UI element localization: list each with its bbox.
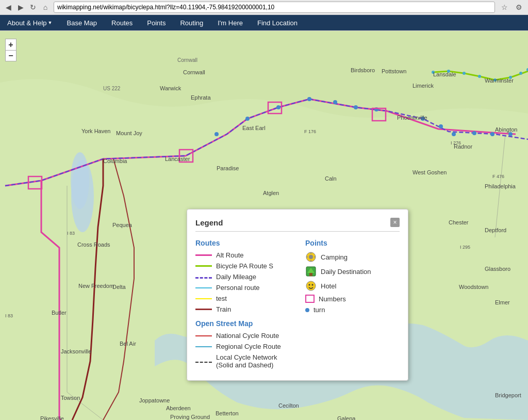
points-title: Points [305,239,400,247]
reload-button[interactable]: ↻ [29,3,37,11]
svg-text:I 295: I 295 [460,245,470,250]
svg-text:I 83: I 83 [5,313,13,318]
legend-route-item: test [195,295,290,302]
legend-route-item: Personal route [195,284,290,292]
nav-bar: About & HelpBase MapRoutesPointsRoutingI… [0,15,528,30]
svg-point-7 [245,117,250,121]
legend-right: Points CampingDaily DestinationHotelNumb… [305,239,400,372]
legend-point-item: Hotel [305,280,400,292]
svg-point-14 [439,124,443,128]
legend-osm-item: National Cycle Route [195,332,290,340]
legend-close-button[interactable]: × [390,218,400,227]
osm-title: Open Street Map [195,319,290,328]
legend-panel: Legend × Routes Alt RouteBicycle PA Rout… [187,209,408,381]
legend-osm-item: Regional Cycle Route [195,343,290,350]
nav-item-points[interactable]: Points [140,15,173,30]
svg-point-23 [493,78,497,82]
svg-point-13 [421,117,425,121]
legend-route-item: Daily Mileage [195,273,290,281]
legend-header: Legend × [195,218,400,232]
svg-point-25 [519,72,522,75]
svg-point-17 [490,132,494,136]
legend-point-item: Daily Destination [305,266,400,277]
svg-point-24 [509,76,512,79]
home-button[interactable]: ⌂ [41,3,50,11]
star-button[interactable]: ☆ [499,2,509,12]
svg-point-8 [276,105,280,109]
legend-title: Legend [195,218,223,227]
svg-point-41 [309,255,313,259]
forward-button[interactable]: ▶ [16,3,25,11]
svg-point-9 [307,97,311,101]
legend-body: Routes Alt RouteBicycle PA Route SDaily … [195,239,400,372]
svg-point-18 [508,132,513,136]
nav-item-base-map[interactable]: Base Map [60,15,105,30]
settings-button[interactable]: ⚙ [514,2,524,12]
svg-rect-48 [309,273,312,276]
legend-point-item: turn [305,306,400,314]
osm-list: National Cycle RouteRegional Cycle Route… [195,332,290,369]
svg-point-21 [463,72,466,75]
svg-point-20 [447,70,450,73]
svg-point-15 [452,132,456,136]
legend-route-item: Alt Route [195,251,290,259]
svg-point-19 [432,71,435,74]
svg-point-6 [214,132,219,136]
browser-chrome: ◀ ▶ ↻ ⌂ ☆ ⚙ About & HelpBase MapRoutesPo… [0,0,528,31]
legend-left: Routes Alt RouteBicycle PA Route SDaily … [195,239,290,372]
svg-text:F 176: F 176 [304,129,316,134]
zoom-in-button[interactable]: + [5,39,16,50]
routes-title: Routes [195,239,290,247]
svg-point-10 [333,100,337,104]
svg-point-16 [472,131,476,135]
svg-text:Cornwall: Cornwall [177,57,197,63]
nav-item-routes[interactable]: Routes [104,15,140,30]
svg-point-11 [354,105,358,109]
nav-item-find-location[interactable]: Find Location [250,15,305,30]
legend-osm-item: Local Cycle Network (Solid and Dashed) [195,353,290,369]
svg-text:I 276: I 276 [451,140,461,146]
browser-toolbar: ◀ ▶ ↻ ⌂ ☆ ⚙ [0,0,528,15]
legend-point-item: Camping [305,251,400,263]
svg-text:F 476: F 476 [492,174,504,179]
svg-text:US 222: US 222 [103,86,121,91]
address-bar[interactable] [54,2,495,13]
routes-list: Alt RouteBicycle PA Route SDaily Mileage… [195,251,290,313]
svg-point-49 [306,281,316,290]
svg-point-22 [478,75,481,78]
nav-item-i-m-here[interactable]: I'm Here [210,15,250,30]
zoom-out-button[interactable]: − [5,50,16,61]
back-button[interactable]: ◀ [4,3,12,11]
legend-route-item: Train [195,305,290,313]
map-container[interactable]: US 222 Cornwall F 176 I 276 I 295 I 83 F… [0,31,528,420]
nav-item-about---help[interactable]: About & Help [0,15,60,30]
svg-point-2 [71,160,94,232]
points-list: CampingDaily DestinationHotelNumbersturn [305,251,400,314]
legend-route-item: Bicycle PA Route S [195,262,290,270]
legend-point-item: Numbers [305,295,400,303]
nav-item-routing[interactable]: Routing [173,15,210,30]
svg-point-51 [312,284,314,286]
svg-text:I 83: I 83 [67,231,75,236]
svg-point-50 [309,284,310,286]
zoom-controls: + − [5,39,16,61]
